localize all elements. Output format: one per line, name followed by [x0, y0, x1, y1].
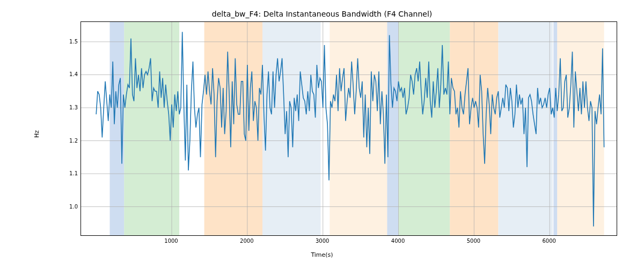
figure: delta_bw_F4: Delta Instantaneous Bandwid…: [0, 0, 644, 268]
background-band: [110, 22, 125, 236]
y-axis-label: Hz: [33, 130, 40, 138]
y-tick-label: 1.4: [56, 71, 78, 77]
background-band: [204, 22, 262, 236]
x-tick-label: 6000: [543, 238, 556, 244]
x-tick-label: 3000: [316, 238, 329, 244]
y-tick-label: 1.3: [56, 105, 78, 110]
chart-title: delta_bw_F4: Delta Instantaneous Bandwid…: [0, 10, 644, 18]
x-tick-label: 2000: [240, 238, 253, 244]
background-band: [498, 22, 552, 236]
y-tick-label: 1.0: [56, 203, 78, 209]
background-band: [553, 22, 557, 236]
x-tick-label: 5000: [467, 238, 480, 244]
x-tick-label: 4000: [391, 238, 405, 244]
x-axis-label: Time(s): [0, 251, 644, 258]
y-tick-label: 1.5: [56, 38, 78, 44]
background-band: [557, 22, 604, 236]
background-band: [330, 22, 387, 236]
y-tick-label: 1.1: [56, 170, 78, 176]
y-tick-label: 1.2: [56, 137, 78, 143]
x-tick-label: 1000: [164, 238, 178, 244]
chart-svg: [81, 22, 617, 236]
plot-area: [80, 21, 617, 236]
